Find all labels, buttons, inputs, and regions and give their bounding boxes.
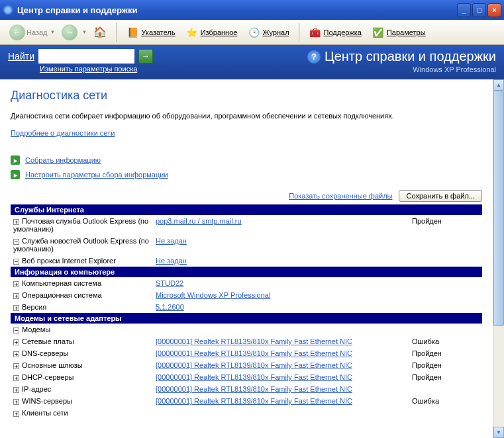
scroll-down-button[interactable]: ▼ bbox=[493, 427, 504, 438]
row-value-link[interactable]: 5.1.2600 bbox=[153, 301, 409, 313]
separator bbox=[299, 23, 300, 42]
row-status bbox=[409, 277, 482, 289]
row-status bbox=[409, 235, 482, 255]
support-icon: 🧰 bbox=[309, 26, 321, 38]
support-label: Поддержка bbox=[324, 28, 362, 36]
expand-toggle[interactable]: + bbox=[13, 411, 19, 417]
forward-dropdown-icon: ▼ bbox=[81, 29, 87, 35]
row-value-link[interactable]: Microsoft Windows XP Professional bbox=[153, 289, 409, 301]
index-button[interactable]: 📙 Указатель bbox=[123, 25, 179, 40]
more-info-link[interactable]: Подробнее о диагностики сети bbox=[11, 129, 115, 137]
row-name: WINS-серверы bbox=[22, 397, 72, 405]
row-value-link[interactable]: Не задан bbox=[153, 235, 409, 255]
row-status: Ошибка bbox=[409, 335, 482, 347]
row-value-link[interactable]: [00000001] Realtek RTL8139/810x Family F… bbox=[153, 383, 409, 395]
table-row: −Служба новостей Outlook Express (по умо… bbox=[11, 235, 482, 255]
titlebar: Центр справки и поддержки _ □ × bbox=[0, 0, 504, 20]
expand-toggle[interactable]: − bbox=[13, 328, 19, 333]
row-value-link[interactable]: Не задан bbox=[153, 255, 409, 267]
search-bar: Найти → Изменить параметры поиска ? Цент… bbox=[0, 45, 504, 79]
expand-toggle[interactable]: + bbox=[13, 375, 19, 381]
expand-toggle[interactable]: + bbox=[13, 387, 19, 393]
expand-toggle[interactable]: + bbox=[13, 219, 19, 225]
page-description: Диагностика сети собирает информацию об … bbox=[11, 112, 482, 120]
separator bbox=[116, 23, 117, 42]
expand-toggle[interactable]: + bbox=[13, 399, 19, 405]
back-arrow-icon: ← bbox=[9, 24, 25, 40]
configure-link[interactable]: Настроить параметры сбора информации bbox=[25, 171, 168, 179]
section-header: Службы Интернета bbox=[11, 204, 482, 215]
row-value-link[interactable]: [00000001] Realtek RTL8139/810x Family F… bbox=[153, 371, 409, 383]
search-options-link[interactable]: Изменить параметры поиска bbox=[40, 65, 153, 73]
row-status bbox=[409, 255, 482, 267]
row-value-link[interactable]: STUD22 bbox=[153, 277, 409, 289]
section-header: Информация о компьютере bbox=[11, 267, 482, 277]
table-row: +DHCP-серверы[00000001] Realtek RTL8139/… bbox=[11, 371, 482, 383]
collect-info-link[interactable]: Собрать информацию bbox=[25, 156, 101, 164]
row-name: Почтовая служба Outlook Express (по умол… bbox=[13, 217, 148, 233]
section-header: Модемы и сетевые адаптеры bbox=[11, 313, 482, 324]
expand-toggle[interactable]: + bbox=[13, 281, 19, 287]
row-name: IP-адрес bbox=[22, 385, 51, 393]
row-name: Версия bbox=[22, 303, 46, 311]
favorites-label: Избранное bbox=[201, 28, 238, 36]
table-row: +WINS-серверы[00000001] Realtek RTL8139/… bbox=[11, 395, 482, 407]
row-status bbox=[409, 301, 482, 313]
expand-toggle[interactable]: + bbox=[13, 293, 19, 299]
expand-toggle[interactable]: + bbox=[13, 351, 19, 357]
scroll-track[interactable] bbox=[493, 91, 504, 427]
toolbar: ← Назад ▼ → ▼ 🏠 📙 Указатель ⭐ Избранное … bbox=[0, 20, 504, 45]
row-status bbox=[409, 289, 482, 301]
row-name: Веб прокси Internet Explorer bbox=[22, 257, 116, 265]
history-icon: 🕑 bbox=[248, 26, 260, 38]
forward-button[interactable]: → bbox=[62, 24, 77, 40]
app-title-text: Центр справки и поддержки bbox=[325, 49, 496, 64]
row-value-link[interactable]: pop3.mail.ru / smtp.mail.ru bbox=[153, 215, 409, 235]
row-status bbox=[409, 383, 482, 395]
home-button[interactable]: 🏠 bbox=[92, 24, 108, 40]
row-value-link[interactable]: [00000001] Realtek RTL8139/810x Family F… bbox=[153, 395, 409, 407]
row-status: Пройден bbox=[409, 359, 482, 371]
back-button[interactable]: ← Назад ▼ bbox=[5, 23, 59, 42]
table-row: −Веб прокси Internet ExplorerНе задан bbox=[11, 255, 482, 267]
maximize-button[interactable]: □ bbox=[472, 3, 486, 17]
expand-toggle[interactable]: + bbox=[13, 363, 19, 369]
history-button[interactable]: 🕑 Журнал bbox=[244, 25, 293, 40]
history-label: Журнал bbox=[262, 28, 289, 36]
minimize-button[interactable]: _ bbox=[457, 3, 471, 17]
table-row: +DNS-серверы[00000001] Realtek RTL8139/8… bbox=[11, 347, 482, 359]
arrow-right-icon: ▸ bbox=[11, 155, 20, 165]
vertical-scrollbar[interactable]: ▲ ▼ bbox=[493, 79, 504, 438]
search-input[interactable] bbox=[38, 49, 134, 64]
expand-toggle[interactable]: + bbox=[13, 305, 19, 311]
expand-toggle[interactable]: − bbox=[13, 259, 19, 265]
row-name: Клиенты сети bbox=[22, 409, 68, 417]
row-value-link[interactable]: [00000001] Realtek RTL8139/810x Family F… bbox=[153, 359, 409, 371]
row-name: Основные шлюзы bbox=[22, 361, 83, 369]
options-button[interactable]: ✅ Параметры bbox=[368, 25, 430, 40]
row-name: Модемы bbox=[22, 326, 50, 333]
expand-toggle[interactable]: + bbox=[13, 339, 19, 345]
favorites-button[interactable]: ⭐ Избранное bbox=[182, 25, 242, 40]
options-label: Параметры bbox=[387, 28, 426, 36]
close-button[interactable]: × bbox=[487, 3, 501, 17]
scroll-thumb[interactable] bbox=[493, 91, 504, 326]
show-saved-link[interactable]: Показать сохраненные файлы bbox=[289, 192, 392, 200]
expand-toggle[interactable]: − bbox=[13, 239, 19, 245]
table-row: +Основные шлюзы[00000001] Realtek RTL813… bbox=[11, 359, 482, 371]
table-row: +Клиенты сети bbox=[11, 407, 482, 419]
table-row: +Почтовая служба Outlook Express (по умо… bbox=[11, 215, 482, 235]
table-row: +Версия5.1.2600 bbox=[11, 301, 482, 313]
row-value-link[interactable]: [00000001] Realtek RTL8139/810x Family F… bbox=[153, 335, 409, 347]
options-icon: ✅ bbox=[372, 26, 384, 38]
search-go-button[interactable]: → bbox=[138, 49, 153, 64]
scroll-up-button[interactable]: ▲ bbox=[493, 79, 504, 91]
index-icon: 📙 bbox=[126, 26, 138, 38]
row-value-link[interactable]: [00000001] Realtek RTL8139/810x Family F… bbox=[153, 347, 409, 359]
row-value bbox=[153, 324, 409, 335]
content-area: Диагностика сети Диагностика сети собира… bbox=[0, 79, 493, 438]
save-to-file-button[interactable]: Сохранить в файл... bbox=[399, 190, 482, 202]
support-button[interactable]: 🧰 Поддержка bbox=[305, 25, 366, 40]
help-icon: ? bbox=[307, 50, 321, 64]
star-icon: ⭐ bbox=[186, 26, 198, 38]
